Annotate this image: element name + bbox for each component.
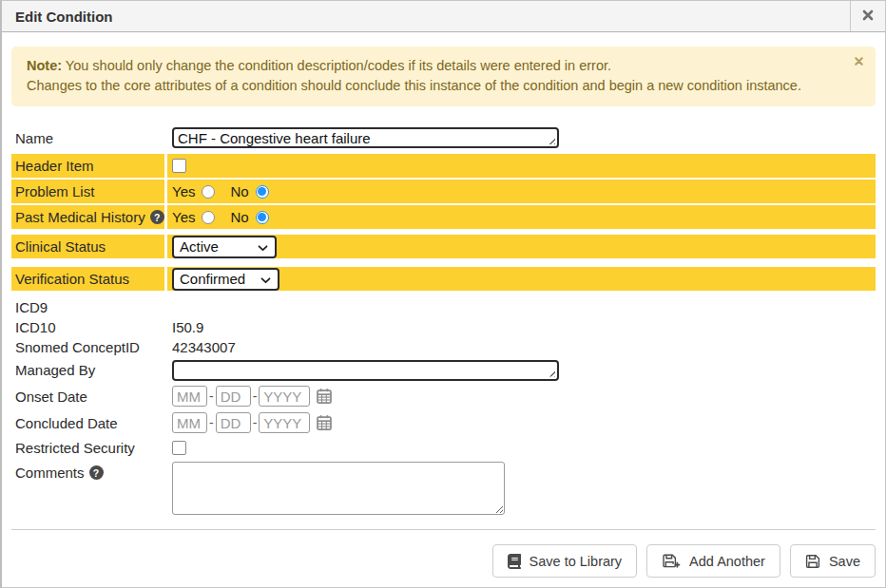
header-item-row: Header Item	[11, 154, 876, 178]
restricted-security-checkbox[interactable]	[172, 441, 186, 455]
add-another-label: Add Another	[689, 554, 765, 569]
snomed-value: 42343007	[167, 339, 876, 355]
date-separator: -	[209, 415, 214, 430]
name-input-wrap	[172, 127, 559, 148]
verification-status-label: Verification Status	[11, 267, 167, 291]
concluded-date-label: Concluded Date	[11, 409, 167, 436]
problem-list-row: Problem List Yes No	[11, 180, 876, 203]
clinical-status-select[interactable]: Active	[172, 236, 277, 258]
managed-by-row: Managed By	[11, 357, 876, 383]
note-text-1: You should only change the condition des…	[62, 58, 611, 73]
problem-list-yes-label: Yes	[172, 183, 195, 199]
onset-year-input[interactable]	[259, 386, 310, 407]
pmh-yes-label: Yes	[172, 209, 195, 225]
verification-status-select[interactable]: Confirmed	[172, 268, 279, 291]
past-medical-history-row: Past Medical History ? Yes No	[11, 205, 876, 229]
save-to-library-label: Save to Library	[530, 554, 623, 569]
save-to-library-button[interactable]: Save to Library	[492, 544, 638, 578]
date-separator: -	[253, 415, 258, 430]
clinical-status-row: Clinical Status Active	[11, 235, 876, 258]
onset-day-input[interactable]	[216, 386, 251, 407]
icd10-label: ICD10	[11, 317, 167, 337]
icd10-value: I50.9	[167, 319, 876, 335]
dialog-header: Edit Condition	[2, 1, 885, 32]
add-another-button[interactable]: Add Another	[646, 544, 780, 578]
dialog-title: Edit Condition	[2, 1, 850, 31]
onset-calendar-icon[interactable]	[316, 388, 333, 405]
name-input[interactable]	[172, 127, 559, 148]
date-separator: -	[209, 389, 214, 404]
snomed-row: Snomed ConceptID 42343007	[11, 337, 876, 357]
chevron-down-icon	[258, 238, 268, 255]
header-item-checkbox[interactable]	[172, 159, 186, 173]
note-banner: Note: You should only change the conditi…	[11, 47, 876, 106]
managed-by-input-wrap	[172, 360, 559, 381]
comments-row: Comments ?	[11, 462, 876, 515]
verification-status-value: Confirmed	[180, 271, 245, 287]
problem-list-no-radio[interactable]	[256, 185, 269, 199]
note-dismiss-button[interactable]	[855, 57, 863, 66]
close-icon	[862, 8, 874, 25]
pmh-no-radio[interactable]	[256, 211, 269, 224]
verification-status-row: Verification Status Confirmed	[11, 267, 876, 291]
past-medical-history-label: Past Medical History	[15, 209, 145, 225]
managed-by-label: Managed By	[11, 357, 167, 383]
note-line-1: Note: You should only change the conditi…	[27, 56, 843, 76]
header-item-label: Header Item	[11, 154, 167, 178]
edit-condition-dialog: Edit Condition Note: You should only cha…	[0, 0, 886, 588]
save-plus-icon	[662, 553, 681, 569]
problem-list-no-label: No	[230, 183, 248, 199]
snomed-label: Snomed ConceptID	[11, 337, 167, 357]
onset-month-input[interactable]	[172, 386, 207, 407]
concluded-date-row: Concluded Date - -	[11, 409, 876, 436]
note-prefix: Note:	[27, 58, 62, 73]
pmh-no-label: No	[230, 209, 248, 225]
comments-label: Comments	[15, 465, 85, 481]
icd9-row: ICD9	[11, 297, 876, 317]
restricted-security-row: Restricted Security	[11, 436, 876, 459]
concluded-day-input[interactable]	[216, 412, 251, 433]
dialog-footer: Save to Library Add Another	[2, 530, 885, 578]
pmh-yes-radio[interactable]	[202, 211, 215, 224]
name-label: Name	[11, 123, 167, 152]
close-button[interactable]	[850, 1, 885, 31]
date-separator: -	[253, 389, 258, 404]
note-dismiss-icon	[855, 57, 863, 66]
problem-list-label: Problem List	[11, 180, 167, 203]
concluded-year-input[interactable]	[259, 412, 310, 433]
chevron-down-icon	[260, 271, 271, 287]
comments-textarea[interactable]	[172, 462, 505, 515]
clinical-status-label: Clinical Status	[11, 235, 167, 258]
managed-by-input[interactable]	[172, 360, 559, 381]
save-label: Save	[829, 554, 860, 569]
onset-date-row: Onset Date - -	[11, 383, 876, 409]
save-icon	[805, 554, 820, 569]
save-button[interactable]: Save	[790, 544, 876, 578]
onset-date-label: Onset Date	[11, 383, 167, 409]
condition-form: Name Header Item Problem List Yes No	[11, 123, 876, 515]
concluded-calendar-icon[interactable]	[316, 414, 333, 431]
book-icon	[508, 554, 521, 569]
icd10-row: ICD10 I50.9	[11, 317, 876, 337]
clinical-status-value: Active	[180, 238, 219, 255]
past-medical-history-help-icon[interactable]: ?	[150, 210, 164, 224]
problem-list-yes-radio[interactable]	[202, 185, 215, 199]
icd9-label: ICD9	[11, 297, 167, 317]
concluded-month-input[interactable]	[172, 412, 207, 433]
restricted-security-label: Restricted Security	[11, 436, 167, 459]
comments-help-icon[interactable]: ?	[89, 465, 104, 480]
name-row: Name	[11, 123, 876, 152]
note-line-2: Changes to the core attributes of a cond…	[27, 76, 843, 96]
